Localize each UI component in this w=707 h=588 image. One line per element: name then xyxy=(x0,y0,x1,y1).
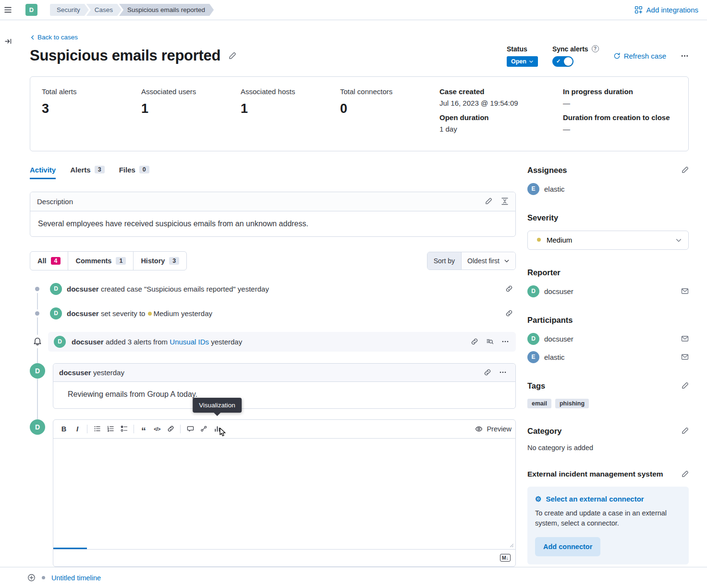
ellipsis-icon xyxy=(681,52,689,60)
tab-files[interactable]: Files 0 xyxy=(119,166,149,179)
breadcrumb-security[interactable]: Security xyxy=(50,4,89,16)
untitled-timeline-link[interactable]: Untitled timeline xyxy=(51,574,101,582)
eye-icon xyxy=(475,425,483,433)
copy-link-button[interactable] xyxy=(484,368,491,376)
avatar: D xyxy=(50,307,62,319)
tags-list: email phishing xyxy=(527,399,689,408)
collapse-description-button[interactable] xyxy=(501,197,509,205)
menu-button[interactable] xyxy=(4,6,12,14)
email-reporter-button[interactable] xyxy=(681,287,689,295)
add-integrations-button[interactable]: Add integrations xyxy=(634,6,698,14)
comment-text: Reviewing emails from Group A today. xyxy=(53,382,515,408)
back-to-cases-link[interactable]: Back to cases xyxy=(30,34,78,41)
filter-history[interactable]: History 3 xyxy=(133,252,186,270)
select-external-connector-link[interactable]: ⚙ Select an external connector xyxy=(535,495,644,503)
tab-activity[interactable]: Activity xyxy=(30,166,56,179)
participant-row: D docsuser xyxy=(527,333,689,345)
unordered-list-button[interactable] xyxy=(90,423,104,435)
edit-assignees-button[interactable] xyxy=(681,166,689,174)
expand-menu-icon xyxy=(4,37,12,45)
timeline-bottom-bar: Untitled timeline xyxy=(0,567,707,588)
event-user: docsuser xyxy=(72,338,104,346)
insert-timeline-button[interactable] xyxy=(197,423,210,435)
edit-title-button[interactable] xyxy=(228,52,236,60)
edit-description-button[interactable] xyxy=(485,197,492,205)
pencil-icon xyxy=(228,52,236,60)
task-list-button[interactable] xyxy=(117,423,131,435)
copy-link-button[interactable] xyxy=(505,309,513,317)
tab-alerts[interactable]: Alerts 3 xyxy=(70,166,104,179)
edit-connector-button[interactable] xyxy=(681,470,689,478)
bold-button[interactable]: B xyxy=(57,423,71,435)
severity-title: Severity xyxy=(527,213,558,222)
severity-select[interactable]: Medium xyxy=(527,231,689,250)
assignees-section: Assignees E elastic xyxy=(527,166,689,195)
space-avatar[interactable]: D xyxy=(25,4,37,16)
sort-by-select[interactable]: Sort by Oldest first xyxy=(427,252,516,270)
edit-tags-button[interactable] xyxy=(681,382,689,390)
add-case-comment-plugin-button[interactable] xyxy=(183,423,197,435)
status-label: Status xyxy=(507,45,538,53)
task-list-icon xyxy=(121,425,128,432)
timeline-status-dot xyxy=(42,576,45,579)
email-participant-button[interactable] xyxy=(681,353,689,361)
insert-visualization-button[interactable] xyxy=(210,423,224,435)
ordered-list-button[interactable] xyxy=(104,423,117,435)
avatar: E xyxy=(527,351,539,363)
status-dropdown[interactable]: Open xyxy=(507,56,538,67)
add-connector-button[interactable]: Add connector xyxy=(535,537,600,556)
preview-button[interactable]: Preview xyxy=(475,425,512,433)
tag-badge: phishing xyxy=(555,399,589,408)
bold-icon: B xyxy=(61,425,66,433)
case-sidebar: Assignees E elastic xyxy=(527,166,689,588)
comment-actions-button[interactable] xyxy=(499,368,507,376)
help-icon[interactable]: ? xyxy=(592,45,599,52)
plus-circle-icon xyxy=(27,574,36,582)
assignee-row: E elastic xyxy=(527,183,689,195)
add-integrations-label: Add integrations xyxy=(646,6,698,14)
event-text: created case "Suspicious emails reported… xyxy=(101,285,236,293)
refresh-icon xyxy=(613,52,621,60)
copy-link-button[interactable] xyxy=(471,338,478,345)
markdown-icon[interactable]: M↓ xyxy=(500,554,511,562)
comment-input[interactable] xyxy=(53,439,515,549)
link-icon xyxy=(471,338,478,345)
tag-badge: email xyxy=(527,399,551,408)
resize-handle-icon[interactable] xyxy=(508,542,514,548)
investigate-in-timeline-button[interactable] xyxy=(486,338,494,345)
pencil-icon xyxy=(681,427,689,435)
code-button[interactable]: </> xyxy=(150,423,164,435)
case-actions-button[interactable] xyxy=(681,52,689,60)
connector-help-text: To create and update a case in an extern… xyxy=(535,508,674,529)
description-title: Description xyxy=(37,197,73,206)
sort-by-label: Sort by xyxy=(427,252,462,270)
stat-total-connectors: Total connectors 0 xyxy=(340,87,439,139)
reporter-row: D docsuser xyxy=(527,285,689,297)
activity-filter-row: All 4 Comments 1 History 3 xyxy=(30,251,516,270)
avatar: D xyxy=(527,333,539,345)
add-timeline-button[interactable] xyxy=(27,574,36,582)
event-time: yesterday xyxy=(211,338,242,346)
alert-event-panel: D docsuser added 3 alerts from Unusual I… xyxy=(48,332,516,352)
unordered-list-icon xyxy=(94,425,101,432)
severity-dot xyxy=(537,238,541,242)
italic-button[interactable]: I xyxy=(71,423,84,435)
email-participant-button[interactable] xyxy=(681,335,689,343)
quote-button[interactable]: “ xyxy=(137,423,150,435)
alert-actions-button[interactable] xyxy=(501,338,509,345)
chevron-down-icon xyxy=(504,258,510,264)
insert-link-button[interactable] xyxy=(164,423,177,435)
timeline-icon xyxy=(200,425,207,432)
ellipsis-icon xyxy=(499,368,507,376)
copy-link-button[interactable] xyxy=(505,285,513,293)
unusual-ids-link[interactable]: Unusual IDs xyxy=(170,338,209,346)
edit-category-button[interactable] xyxy=(681,427,689,435)
refresh-case-button[interactable]: Refresh case xyxy=(613,52,666,60)
pencil-icon xyxy=(681,382,689,390)
expand-nav-button[interactable] xyxy=(4,37,12,45)
breadcrumb-cases[interactable]: Cases xyxy=(86,4,122,16)
participant-row: E elastic xyxy=(527,351,689,363)
filter-comments[interactable]: Comments 1 xyxy=(68,252,133,270)
filter-all[interactable]: All 4 xyxy=(30,252,68,270)
sync-alerts-toggle[interactable]: ✓ xyxy=(552,56,573,67)
